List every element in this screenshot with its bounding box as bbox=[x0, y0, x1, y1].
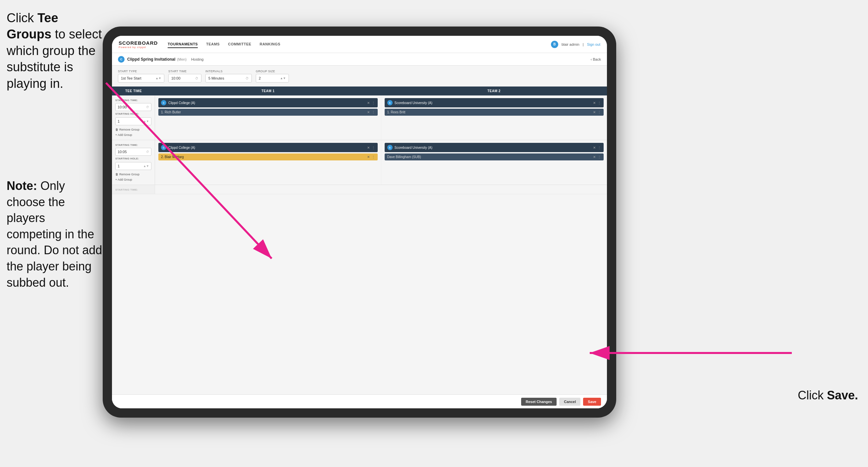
group-1-left: STARTING TIME: 10:00 ⏱ STARTING HOLE: 1 … bbox=[112, 95, 155, 140]
nav-committee[interactable]: COMMITTEE bbox=[228, 41, 251, 48]
player-actions-2-2: ✕ ⋮ bbox=[593, 155, 601, 159]
group-row-3: STARTING TIME: bbox=[112, 185, 607, 194]
tablet-frame: SCOREBOARD Powered by clippd TOURNAMENTS… bbox=[103, 27, 616, 418]
remove-group-2-button[interactable]: 🗑 Remove Group bbox=[115, 173, 151, 176]
player-row-2-2: Dave Billingham (SUB) ✕ ⋮ bbox=[385, 153, 604, 160]
footer-bar: Reset Changes Cancel Save bbox=[112, 395, 607, 408]
player-name-1-1: 1. Rich Butler bbox=[161, 110, 367, 114]
player-close-icon-2-1[interactable]: ✕ bbox=[367, 155, 370, 159]
starting-time-label-2: STARTING TIME: bbox=[115, 144, 151, 146]
group-1-time-input[interactable]: 10:00 ⏱ bbox=[115, 103, 151, 111]
instruction-note: Note: Only choose the players competing … bbox=[7, 178, 103, 291]
player-expand-icon-1-2[interactable]: ⋮ bbox=[598, 110, 601, 114]
time-clock-icon-1: ⏱ bbox=[146, 106, 149, 109]
add-group-1-button[interactable]: + Add Group bbox=[115, 133, 151, 137]
player-expand-icon-2-1[interactable]: ⋮ bbox=[372, 155, 375, 159]
th-team1: Team 1 bbox=[155, 87, 381, 95]
team1-close-icon-1[interactable]: ✕ bbox=[367, 101, 370, 105]
save-button[interactable]: Save bbox=[583, 398, 601, 406]
player-name-1-2: 1. Rees Britt bbox=[387, 110, 593, 114]
group-2-time-input[interactable]: 10:05 ⏱ bbox=[115, 148, 151, 156]
player-expand-icon-2-2[interactable]: ⋮ bbox=[598, 155, 601, 159]
group-size-arrow: ▲▼ bbox=[280, 77, 286, 80]
admin-label: blair admin bbox=[562, 42, 580, 47]
group-size-label: Group Size bbox=[256, 69, 289, 73]
groups-scroll[interactable]: STARTING TIME: 10:00 ⏱ STARTING HOLE: 1 … bbox=[112, 95, 607, 395]
top-nav: SCOREBOARD Powered by clippd TOURNAMENTS… bbox=[112, 36, 607, 53]
admin-avatar: B bbox=[551, 41, 558, 48]
hole-arrow-1: ▲▼ bbox=[143, 120, 149, 123]
group-1-team2-col: S Scoreboard University (A) ✕ ⋮ 1. Rees … bbox=[381, 95, 607, 140]
group-2-teams: C Clippd College (A) ✕ ⋮ 2. Blair McHarg bbox=[155, 140, 607, 185]
back-button[interactable]: ‹ Back bbox=[591, 57, 601, 61]
group-1-team1-card[interactable]: C Clippd College (A) ✕ ⋮ bbox=[158, 98, 378, 107]
start-type-arrow: ▲▼ bbox=[155, 77, 161, 80]
team1-expand-icon-1[interactable]: ⋮ bbox=[372, 101, 375, 105]
time-clock-icon-2: ⏱ bbox=[146, 150, 149, 153]
start-type-field: Start Type 1st Tee Start ▲▼ bbox=[118, 69, 164, 83]
team1-card-actions-2: ✕ ⋮ bbox=[367, 146, 375, 149]
group-2-team1-card[interactable]: C Clippd College (A) ✕ ⋮ bbox=[158, 143, 378, 152]
intervals-input[interactable]: 5 Minutes ⏱ bbox=[206, 74, 252, 83]
team2-name-2: Scoreboard University (A) bbox=[395, 146, 593, 149]
start-time-input[interactable]: 10:00 ⏱ bbox=[168, 74, 202, 83]
group-2-team2-col: S Scoreboard University (A) ✕ ⋮ Dave Bil… bbox=[381, 140, 607, 185]
player-row-2-1: 2. Blair McHarg ✕ ⋮ bbox=[158, 153, 378, 160]
group-1-teams: C Clippd College (A) ✕ ⋮ 1. Rich Butler bbox=[155, 95, 607, 140]
reset-button[interactable]: Reset Changes bbox=[521, 398, 557, 406]
logo-area: SCOREBOARD Powered by clippd bbox=[119, 40, 158, 49]
group-row: STARTING TIME: 10:00 ⏱ STARTING HOLE: 1 … bbox=[112, 95, 607, 140]
player-close-icon-1-2[interactable]: ✕ bbox=[593, 110, 596, 114]
start-time-field: Start Time 10:00 ⏱ bbox=[168, 69, 202, 83]
nav-teams[interactable]: TEAMS bbox=[206, 41, 220, 48]
player-name-2-1: 2. Blair McHarg bbox=[161, 155, 367, 159]
player-close-icon-2-2[interactable]: ✕ bbox=[593, 155, 596, 159]
intervals-field: Intervals 5 Minutes ⏱ bbox=[206, 69, 252, 83]
nav-separator: | bbox=[583, 42, 584, 47]
team1-close-icon-2[interactable]: ✕ bbox=[367, 146, 370, 149]
team2-expand-icon-1[interactable]: ⋮ bbox=[598, 101, 601, 105]
subheader-avatar: C bbox=[118, 56, 125, 63]
player-actions-1-1: ✕ ⋮ bbox=[367, 110, 375, 114]
starting-time-label-1: STARTING TIME: bbox=[115, 99, 151, 102]
nav-rankings[interactable]: RANKINGS bbox=[260, 41, 281, 48]
cancel-button[interactable]: Cancel bbox=[559, 398, 581, 406]
intervals-label: Intervals bbox=[206, 69, 252, 73]
team2-card-actions-2: ✕ ⋮ bbox=[593, 146, 601, 149]
trash-icon-1: 🗑 bbox=[115, 128, 118, 131]
team2-name-1: Scoreboard University (A) bbox=[395, 101, 593, 105]
group-1-team2-card[interactable]: S Scoreboard University (A) ✕ ⋮ bbox=[385, 98, 604, 107]
player-close-icon-1-1[interactable]: ✕ bbox=[367, 110, 370, 114]
group-1-team1-col: C Clippd College (A) ✕ ⋮ 1. Rich Butler bbox=[155, 95, 381, 140]
group-size-input[interactable]: 2 ▲▼ bbox=[256, 74, 289, 83]
group-2-team2-card[interactable]: S Scoreboard University (A) ✕ ⋮ bbox=[385, 143, 604, 152]
add-group-2-button[interactable]: + Add Group bbox=[115, 178, 151, 181]
intervals-clock-icon: ⏱ bbox=[246, 77, 249, 80]
tournament-title: Clippd Spring Invitational bbox=[127, 57, 175, 62]
subheader: C Clippd Spring Invitational (Men) Hosti… bbox=[112, 53, 607, 66]
nav-tournaments[interactable]: TOURNAMENTS bbox=[168, 41, 198, 48]
sign-out-link[interactable]: Sign out bbox=[587, 42, 600, 47]
hosting-label: Hosting bbox=[191, 57, 204, 61]
player-row: 1. Rich Butler ✕ ⋮ bbox=[158, 109, 378, 116]
starting-hole-label-2: STARTING HOLE: bbox=[115, 157, 151, 160]
gender-tag: (Men) bbox=[177, 57, 187, 61]
team1-expand-icon-2[interactable]: ⋮ bbox=[372, 146, 375, 149]
settings-row: Start Type 1st Tee Start ▲▼ Start Time 1… bbox=[112, 66, 607, 87]
player-expand-icon-1-1[interactable]: ⋮ bbox=[372, 110, 375, 114]
team2-expand-icon-2[interactable]: ⋮ bbox=[598, 146, 601, 149]
team1-name-2: Clippd College (A) bbox=[168, 146, 367, 149]
clock-icon: ⏱ bbox=[195, 77, 198, 80]
player-actions-1-2: ✕ ⋮ bbox=[593, 110, 601, 114]
start-type-input[interactable]: 1st Tee Start ▲▼ bbox=[118, 74, 164, 83]
group-2-hole-input[interactable]: 1 ▲▼ bbox=[115, 162, 151, 170]
team2-close-icon-1[interactable]: ✕ bbox=[593, 101, 596, 105]
logo-text: SCOREBOARD bbox=[119, 40, 158, 46]
remove-group-1-button[interactable]: 🗑 Remove Group bbox=[115, 128, 151, 131]
group-1-hole-input[interactable]: 1 ▲▼ bbox=[115, 117, 151, 125]
start-time-label: Start Time bbox=[168, 69, 202, 73]
team1-avatar-2: C bbox=[161, 145, 166, 150]
team1-avatar-1: C bbox=[161, 100, 166, 106]
team2-close-icon-2[interactable]: ✕ bbox=[593, 146, 596, 149]
table-header: Tee Time Team 1 Team 2 bbox=[112, 87, 607, 95]
